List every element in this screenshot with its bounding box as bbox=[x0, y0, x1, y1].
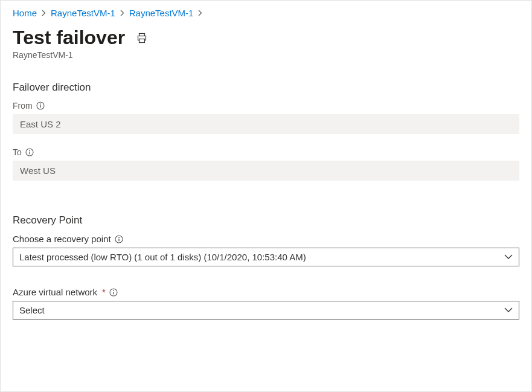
section-recovery-point: Recovery Point bbox=[13, 214, 519, 227]
svg-rect-1 bbox=[139, 39, 145, 42]
virtual-network-label: Azure virtual network * bbox=[13, 287, 519, 297]
svg-rect-13 bbox=[113, 292, 114, 294]
chevron-down-icon bbox=[504, 254, 513, 260]
to-label: To bbox=[13, 147, 519, 157]
breadcrumb-item-1[interactable]: RayneTestVM-1 bbox=[51, 8, 115, 18]
page-title: Test failover bbox=[13, 27, 125, 49]
breadcrumb: Home RayneTestVM-1 RayneTestVM-1 bbox=[13, 8, 519, 18]
virtual-network-dropdown[interactable]: Select bbox=[13, 301, 519, 320]
print-icon[interactable] bbox=[136, 32, 148, 44]
chevron-right-icon bbox=[42, 8, 46, 18]
breadcrumb-home[interactable]: Home bbox=[13, 8, 37, 18]
info-icon[interactable] bbox=[115, 235, 123, 243]
chevron-right-icon bbox=[120, 8, 124, 18]
section-failover-direction: Failover direction bbox=[13, 82, 519, 94]
recovery-point-selected: Latest processed (low RTO) (1 out of 1 d… bbox=[19, 252, 306, 262]
title-row: Test failover bbox=[13, 27, 519, 49]
from-region-value: East US 2 bbox=[13, 114, 519, 134]
from-label: From bbox=[13, 101, 519, 111]
info-icon[interactable] bbox=[25, 148, 34, 156]
chevron-right-icon bbox=[198, 8, 202, 18]
page-subtitle: RayneTestVM-1 bbox=[13, 50, 519, 60]
svg-point-9 bbox=[118, 237, 120, 238]
virtual-network-selected: Select bbox=[19, 305, 45, 315]
required-indicator: * bbox=[102, 287, 106, 297]
svg-rect-10 bbox=[118, 239, 119, 241]
svg-point-6 bbox=[29, 150, 30, 151]
chevron-down-icon bbox=[504, 307, 513, 313]
to-region-value: West US bbox=[13, 161, 519, 181]
svg-rect-4 bbox=[40, 105, 40, 108]
info-icon[interactable] bbox=[109, 288, 118, 297]
breadcrumb-item-2[interactable]: RayneTestVM-1 bbox=[129, 8, 194, 18]
svg-point-12 bbox=[113, 290, 114, 291]
recovery-point-dropdown[interactable]: Latest processed (low RTO) (1 out of 1 d… bbox=[13, 248, 519, 266]
svg-rect-7 bbox=[29, 152, 30, 154]
svg-point-3 bbox=[40, 103, 41, 104]
choose-recovery-point-label: Choose a recovery point bbox=[13, 234, 519, 244]
info-icon[interactable] bbox=[36, 101, 45, 110]
